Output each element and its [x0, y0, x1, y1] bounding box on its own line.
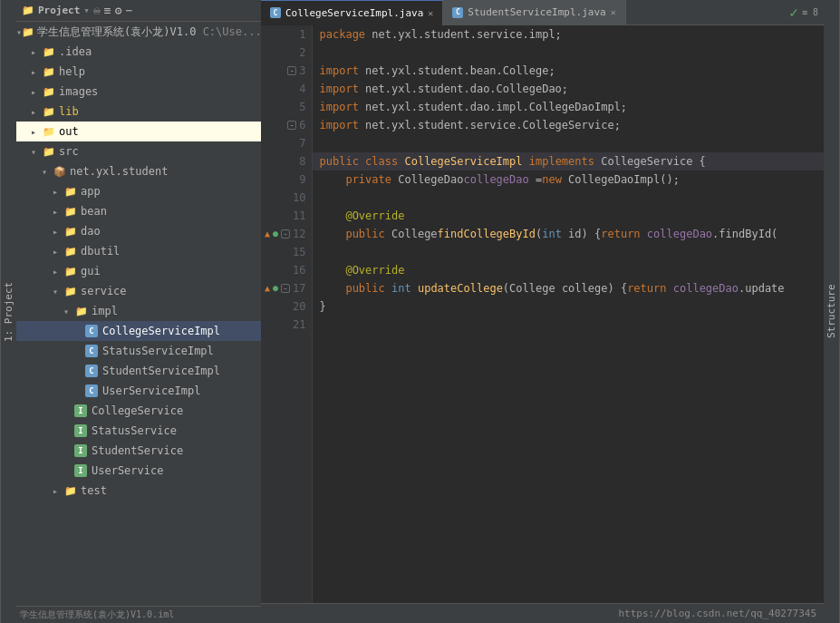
code-line-7	[313, 134, 824, 152]
tree-item-images[interactable]: 📁 images	[16, 82, 261, 102]
arrow-dao	[53, 227, 63, 237]
arrow-impl	[63, 307, 74, 316]
tree-item-app[interactable]: 📁 app	[16, 181, 261, 201]
folder-icon-idea: 📁	[42, 44, 56, 59]
file-tree: 📁 学生信息管理系统(袁小龙)V1.0 C:\Use... 📁 .idea 📁 …	[16, 22, 261, 606]
line-num-2: 2	[265, 44, 306, 62]
folder-icon-dao: 📁	[63, 224, 78, 238]
tree-label-gui: gui	[81, 265, 101, 277]
tree-item-help[interactable]: 📁 help	[16, 62, 261, 82]
folder-icon-src: 📁	[42, 144, 56, 159]
tree-item-out[interactable]: 📁 out	[16, 122, 261, 141]
project-panel-label: 1: Project	[3, 281, 14, 341]
tree-item-impl[interactable]: 📁 impl	[16, 301, 261, 321]
minimize-icon[interactable]: −	[125, 4, 132, 17]
tree-label-status-service: StatusService	[92, 424, 177, 437]
arrow-lib	[31, 107, 42, 117]
class-icon-student-service-impl: C	[85, 365, 98, 377]
tree-label-images: images	[59, 85, 98, 98]
structure-panel-tab[interactable]: Structure	[824, 0, 840, 623]
tree-label-status-service-impl: StatusServiceImpl	[102, 345, 214, 357]
line-num-3: - 3	[265, 62, 306, 80]
line-num-4: 4	[265, 80, 306, 98]
folder-icon-project-root: 📁	[22, 24, 34, 39]
code-content[interactable]: package net.yxl.student.service.impl; im…	[313, 25, 824, 603]
tab-student-service-impl[interactable]: C StudentServiceImpl.java ✕	[443, 0, 625, 25]
tree-item-user-service-impl[interactable]: C UserServiceImpl	[16, 381, 261, 401]
tab-college-service-impl[interactable]: C CollegeServiceImpl.java ✕	[261, 0, 443, 25]
code-line-17: public int updateCollege (College colleg…	[313, 279, 824, 297]
tree-label-dao: dao	[81, 225, 101, 238]
settings-icon[interactable]: ⚙	[115, 4, 122, 17]
code-line-21	[313, 316, 824, 334]
tree-item-college-service[interactable]: I CollegeService	[16, 401, 261, 421]
tree-item-gui[interactable]: 📁 gui	[16, 261, 261, 281]
interface-icon-user-service: I	[74, 464, 87, 477]
tree-label-dbutil: dbutil	[81, 245, 120, 258]
tree-item-status-service-impl[interactable]: C StatusServiceImpl	[16, 341, 261, 361]
tree-item-src[interactable]: 📁 src	[16, 141, 261, 161]
status-ok-header: ✓	[789, 4, 798, 21]
folder-icon-bean: 📁	[63, 204, 78, 219]
code-line-9: private CollegeDao collegeDao = new Coll…	[313, 170, 824, 189]
tree-item-user-service[interactable]: I UserService	[16, 461, 261, 481]
fold-btn-6[interactable]: -	[287, 121, 296, 130]
tree-item-student-service[interactable]: I StudentService	[16, 441, 261, 461]
sidebar: 📁 Project ▾ ♾ ≡ ⚙ − 📁 学生信息管理系统(袁小龙)V1.0 …	[16, 0, 261, 623]
code-line-15	[313, 243, 824, 261]
arrow-app	[53, 187, 63, 197]
tab-close-student-service-impl[interactable]: ✕	[611, 7, 616, 17]
fold-btn-17[interactable]: -	[281, 284, 290, 293]
line-num-12: ▲ ● - 12	[265, 225, 306, 243]
folder-icon-app: 📁	[63, 184, 78, 199]
fold-btn-12[interactable]: -	[281, 229, 290, 238]
tree-label-idea: .idea	[59, 45, 92, 58]
tree-item-student-service-impl[interactable]: C StudentServiceImpl	[16, 361, 261, 381]
code-line-10	[313, 189, 824, 207]
code-line-5: import net.yxl.student.dao.impl.CollegeD…	[313, 98, 824, 116]
sync-icon[interactable]: ♾	[93, 4, 101, 17]
tree-item-test[interactable]: 📁 test	[16, 481, 261, 501]
fold-btn-3[interactable]: -	[287, 66, 296, 75]
folder-icon-dbutil: 📁	[63, 244, 78, 258]
tree-item-idea[interactable]: 📁 .idea	[16, 42, 261, 62]
tab-label-student-service-impl: StudentServiceImpl.java	[468, 6, 605, 18]
code-line-2	[313, 44, 824, 62]
editor-area: C CollegeServiceImpl.java ✕ C StudentSer…	[261, 0, 824, 623]
interface-icon-student-service: I	[74, 444, 87, 457]
folder-icon-impl: 📁	[74, 304, 89, 318]
code-line-1: package net.yxl.student.service.impl;	[313, 25, 824, 44]
line-num-7: 7	[265, 134, 306, 152]
tab-icon-college-service-impl: C	[270, 7, 281, 18]
line-num-21: 21	[265, 316, 306, 334]
package-icon-root: 📦	[53, 164, 67, 179]
line-num-15: 15	[265, 243, 306, 261]
code-line-12: public College findCollegeById ( int id)…	[313, 225, 824, 243]
layout-icon[interactable]: ≡	[104, 4, 111, 17]
arrow-idea	[31, 47, 42, 57]
tab-icon-student-service-impl: C	[452, 7, 463, 18]
tree-label-out: out	[59, 125, 79, 138]
tree-item-bean[interactable]: 📁 bean	[16, 201, 261, 221]
structure-panel-label: Structure	[826, 285, 837, 339]
tree-label-user-service-impl: UserServiceImpl	[102, 385, 200, 397]
tree-item-status-service[interactable]: I StatusService	[16, 421, 261, 441]
tab-actions: ✓ ≡ 8	[789, 4, 824, 21]
tree-item-dao[interactable]: 📁 dao	[16, 221, 261, 241]
tree-label-college-service: CollegeService	[92, 404, 183, 417]
tree-item-college-service-impl[interactable]: C CollegeServiceImpl	[16, 321, 261, 341]
tree-item-lib[interactable]: 📁 lib	[16, 102, 261, 122]
tree-item-dbutil[interactable]: 📁 dbutil	[16, 241, 261, 261]
project-panel-tab[interactable]: 1: Project	[0, 0, 16, 623]
tree-item-project-root[interactable]: 📁 学生信息管理系统(袁小龙)V1.0 C:\Use...	[16, 22, 261, 42]
tree-label-src: src	[59, 145, 79, 158]
tab-close-college-service-impl[interactable]: ✕	[428, 8, 433, 18]
arrow-dbutil	[53, 247, 63, 257]
arrow-package-root	[42, 167, 53, 177]
code-line-11: @Override	[313, 207, 824, 225]
tree-label-impl: impl	[92, 305, 118, 317]
tree-label-test: test	[81, 484, 107, 497]
code-line-4: import net.yxl.student.dao.CollegeDao;	[313, 80, 824, 98]
tree-item-service[interactable]: 📁 service	[16, 281, 261, 301]
tree-item-package-root[interactable]: 📦 net.yxl.student	[16, 161, 261, 181]
